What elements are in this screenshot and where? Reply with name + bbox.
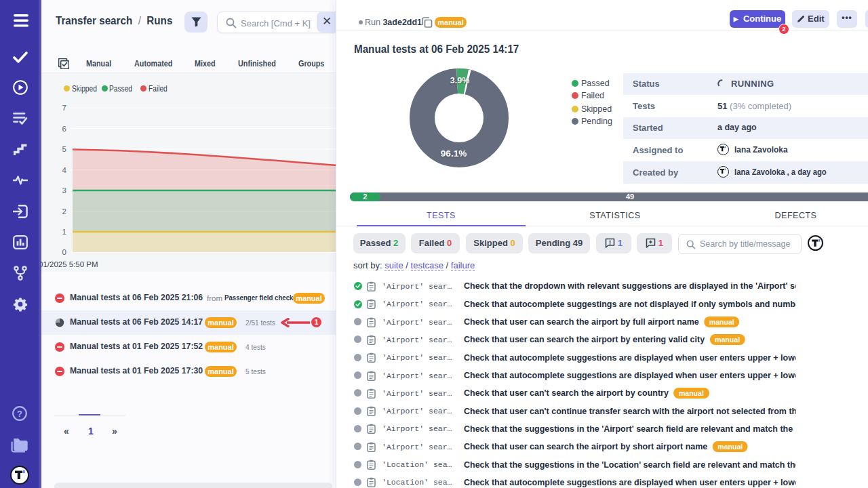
svg-text:2: 2 xyxy=(62,207,66,216)
svg-text:?: ? xyxy=(17,409,22,419)
svg-text:01/2025 5:50 PM: 01/2025 5:50 PM xyxy=(41,260,98,268)
svg-text:7: 7 xyxy=(62,104,66,112)
svg-text:0: 0 xyxy=(62,248,66,256)
svg-text:3: 3 xyxy=(62,186,66,195)
svg-text:5: 5 xyxy=(62,145,66,153)
svg-text:4: 4 xyxy=(62,166,67,174)
svg-text:1: 1 xyxy=(62,228,66,236)
svg-text:6: 6 xyxy=(62,125,66,133)
